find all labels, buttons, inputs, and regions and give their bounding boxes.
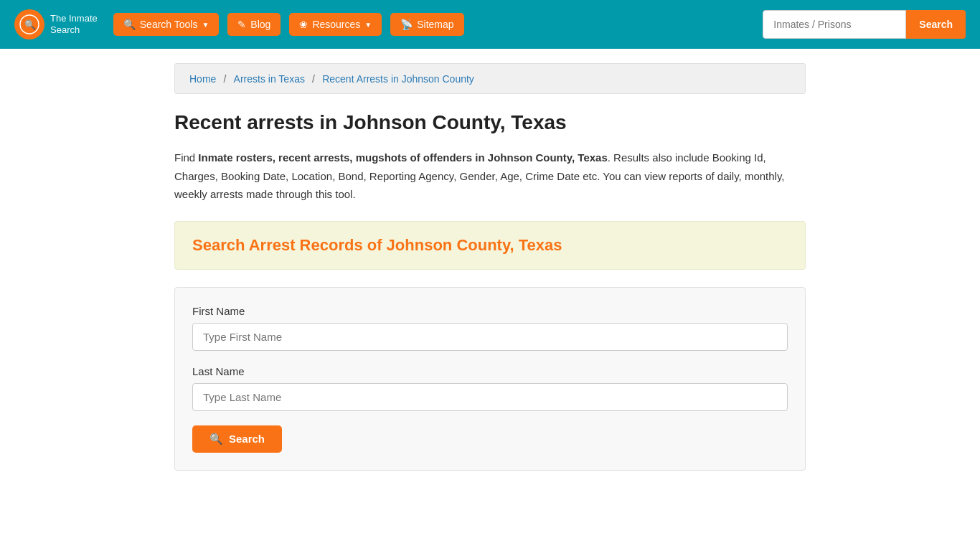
sitemap-button[interactable]: 📡 Sitemap — [390, 13, 463, 36]
breadcrumb-separator-2: / — [312, 73, 315, 85]
first-name-group: First Name — [192, 305, 788, 351]
page-title: Recent arrests in Johnson County, Texas — [174, 111, 806, 134]
resources-label: Resources — [312, 19, 360, 30]
search-form-button[interactable]: 🔍 Search — [192, 425, 282, 453]
resources-button[interactable]: ❀ Resources ▼ — [289, 13, 382, 36]
search-form-label: Search — [229, 433, 265, 445]
chevron-down-icon: ▼ — [202, 21, 209, 29]
header-search-input[interactable] — [763, 10, 906, 39]
last-name-input[interactable] — [192, 383, 788, 411]
resources-icon: ❀ — [299, 19, 308, 30]
header-search-label: Search — [919, 19, 953, 30]
search-section-title: Search Arrest Records of Johnson County,… — [192, 236, 788, 255]
last-name-label: Last Name — [192, 365, 788, 377]
search-tools-button[interactable]: 🔍 Search Tools ▼ — [113, 13, 220, 36]
first-name-label: First Name — [192, 305, 788, 317]
last-name-group: Last Name — [192, 365, 788, 411]
description-bold: Inmate rosters, recent arrests, mugshots… — [198, 151, 607, 164]
svg-text:🔍: 🔍 — [24, 19, 37, 31]
search-icon: 🔍 — [123, 19, 136, 30]
chevron-down-icon-2: ▼ — [364, 21, 372, 29]
logo-icon: 🔍 — [14, 9, 44, 39]
sitemap-label: Sitemap — [417, 19, 453, 30]
search-records-section: Search Arrest Records of Johnson County,… — [174, 221, 806, 270]
description-intro: Find — [174, 151, 198, 164]
blog-button[interactable]: ✎ Blog — [227, 13, 281, 36]
site-logo[interactable]: 🔍 The Inmate Search — [14, 9, 98, 39]
blog-label: Blog — [250, 19, 270, 30]
breadcrumb-home-link[interactable]: Home — [189, 73, 216, 85]
breadcrumb: Home / Arrests in Texas / Recent Arrests… — [174, 63, 806, 94]
breadcrumb-separator-1: / — [224, 73, 227, 85]
search-tools-label: Search Tools — [140, 19, 198, 30]
page-description: Find Inmate rosters, recent arrests, mug… — [174, 149, 806, 204]
arrest-search-form: First Name Last Name 🔍 Search — [174, 287, 806, 471]
sitemap-icon: 📡 — [400, 19, 413, 30]
breadcrumb-current: Recent Arrests in Johnson County — [322, 73, 474, 85]
header-search-area: Search — [763, 10, 966, 39]
first-name-input[interactable] — [192, 323, 788, 351]
logo-text: The Inmate Search — [50, 13, 98, 35]
search-form-icon: 🔍 — [209, 433, 223, 446]
header-search-button[interactable]: Search — [906, 10, 966, 39]
breadcrumb-texas-link[interactable]: Arrests in Texas — [234, 73, 305, 85]
blog-icon: ✎ — [237, 19, 246, 30]
